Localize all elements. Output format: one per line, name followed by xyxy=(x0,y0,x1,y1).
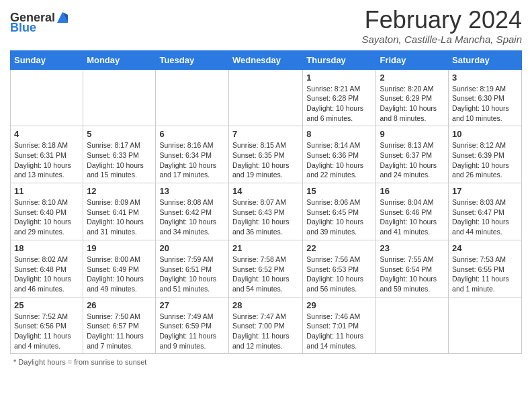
calendar-cell: 8Sunrise: 8:14 AMSunset: 6:36 PMDaylight… xyxy=(303,126,376,183)
day-number: 3 xyxy=(452,73,518,83)
day-info: Sunrise: 7:55 AMSunset: 6:54 PMDaylight:… xyxy=(380,255,445,294)
header-friday: Friday xyxy=(376,50,449,69)
day-number: 24 xyxy=(452,243,518,253)
calendar-cell: 11Sunrise: 8:10 AMSunset: 6:40 PMDayligh… xyxy=(11,183,83,240)
main-title: February 2024 xyxy=(362,7,522,34)
day-number: 15 xyxy=(306,186,372,196)
day-info: Sunrise: 7:46 AMSunset: 7:01 PMDaylight:… xyxy=(306,312,372,351)
calendar-week-5: 25Sunrise: 7:52 AMSunset: 6:56 PMDayligh… xyxy=(11,297,522,354)
calendar-cell: 14Sunrise: 8:07 AMSunset: 6:43 PMDayligh… xyxy=(228,183,302,240)
day-info: Sunrise: 8:07 AMSunset: 6:43 PMDaylight:… xyxy=(232,197,299,237)
logo-blue: Blue xyxy=(10,21,36,34)
calendar-cell: 15Sunrise: 8:06 AMSunset: 6:45 PMDayligh… xyxy=(303,183,376,240)
logo: General Blue xyxy=(10,11,69,34)
day-info: Sunrise: 7:58 AMSunset: 6:52 PMDaylight:… xyxy=(232,255,299,294)
calendar-cell: 17Sunrise: 8:03 AMSunset: 6:47 PMDayligh… xyxy=(449,183,522,240)
calendar-cell: 27Sunrise: 7:49 AMSunset: 6:59 PMDayligh… xyxy=(156,297,229,354)
calendar-table: SundayMondayTuesdayWednesdayThursdayFrid… xyxy=(10,50,522,355)
day-number: 17 xyxy=(452,186,518,196)
day-info: Sunrise: 7:53 AMSunset: 6:55 PMDaylight:… xyxy=(452,255,518,294)
page-header: General Blue February 2024 Sayaton, Cast… xyxy=(10,7,522,45)
day-number: 23 xyxy=(380,243,445,253)
calendar-cell: 7Sunrise: 8:15 AMSunset: 6:35 PMDaylight… xyxy=(228,126,302,183)
day-number: 27 xyxy=(159,300,225,310)
day-info: Sunrise: 8:00 AMSunset: 6:49 PMDaylight:… xyxy=(87,255,152,294)
calendar-cell xyxy=(11,69,83,126)
day-number: 4 xyxy=(14,129,79,139)
title-section: February 2024 Sayaton, Castille-La Manch… xyxy=(362,7,522,45)
calendar-cell: 28Sunrise: 7:47 AMSunset: 7:00 PMDayligh… xyxy=(228,297,302,354)
day-number: 5 xyxy=(87,129,152,139)
calendar-cell: 12Sunrise: 8:09 AMSunset: 6:41 PMDayligh… xyxy=(83,183,156,240)
calendar-week-4: 18Sunrise: 8:02 AMSunset: 6:48 PMDayligh… xyxy=(11,240,522,297)
calendar-cell: 2Sunrise: 8:20 AMSunset: 6:29 PMDaylight… xyxy=(376,69,449,126)
day-info: Sunrise: 8:18 AMSunset: 6:31 PMDaylight:… xyxy=(14,140,79,180)
calendar-week-3: 11Sunrise: 8:10 AMSunset: 6:40 PMDayligh… xyxy=(11,183,522,240)
day-info: Sunrise: 8:13 AMSunset: 6:37 PMDaylight:… xyxy=(380,140,445,180)
day-number: 20 xyxy=(159,243,225,253)
day-info: Sunrise: 8:21 AMSunset: 6:28 PMDaylight:… xyxy=(306,84,372,124)
day-number: 9 xyxy=(380,129,445,139)
day-number: 22 xyxy=(306,243,372,253)
day-info: Sunrise: 7:52 AMSunset: 6:56 PMDaylight:… xyxy=(14,312,79,351)
calendar-header-row: SundayMondayTuesdayWednesdayThursdayFrid… xyxy=(11,50,522,69)
day-number: 26 xyxy=(87,300,152,310)
day-number: 16 xyxy=(380,186,445,196)
day-info: Sunrise: 8:12 AMSunset: 6:39 PMDaylight:… xyxy=(452,140,518,180)
calendar-cell: 21Sunrise: 7:58 AMSunset: 6:52 PMDayligh… xyxy=(228,240,302,297)
calendar-cell: 24Sunrise: 7:53 AMSunset: 6:55 PMDayligh… xyxy=(449,240,522,297)
calendar-cell: 1Sunrise: 8:21 AMSunset: 6:28 PMDaylight… xyxy=(303,69,376,126)
day-info: Sunrise: 7:47 AMSunset: 7:00 PMDaylight:… xyxy=(232,312,299,351)
day-info: Sunrise: 8:20 AMSunset: 6:29 PMDaylight:… xyxy=(380,84,445,124)
day-number: 12 xyxy=(87,186,152,196)
header-wednesday: Wednesday xyxy=(228,50,302,69)
day-info: Sunrise: 8:15 AMSunset: 6:35 PMDaylight:… xyxy=(232,140,299,180)
day-number: 2 xyxy=(380,73,445,83)
calendar-cell: 4Sunrise: 8:18 AMSunset: 6:31 PMDaylight… xyxy=(11,126,83,183)
logo-icon xyxy=(56,9,69,24)
calendar-cell: 13Sunrise: 8:08 AMSunset: 6:42 PMDayligh… xyxy=(156,183,229,240)
calendar-cell: 16Sunrise: 8:04 AMSunset: 6:46 PMDayligh… xyxy=(376,183,449,240)
day-info: Sunrise: 8:17 AMSunset: 6:33 PMDaylight:… xyxy=(87,140,152,180)
day-info: Sunrise: 8:16 AMSunset: 6:34 PMDaylight:… xyxy=(159,140,225,180)
calendar-cell xyxy=(376,297,449,354)
calendar-cell: 25Sunrise: 7:52 AMSunset: 6:56 PMDayligh… xyxy=(11,297,83,354)
day-info: Sunrise: 8:06 AMSunset: 6:45 PMDaylight:… xyxy=(306,197,372,237)
calendar-cell xyxy=(228,69,302,126)
day-info: Sunrise: 8:04 AMSunset: 6:46 PMDaylight:… xyxy=(380,197,445,237)
header-monday: Monday xyxy=(83,50,156,69)
calendar-cell: 9Sunrise: 8:13 AMSunset: 6:37 PMDaylight… xyxy=(376,126,449,183)
calendar-cell: 18Sunrise: 8:02 AMSunset: 6:48 PMDayligh… xyxy=(11,240,83,297)
day-number: 7 xyxy=(232,129,299,139)
day-number: 21 xyxy=(232,243,299,253)
calendar-cell: 29Sunrise: 7:46 AMSunset: 7:01 PMDayligh… xyxy=(303,297,376,354)
header-sunday: Sunday xyxy=(11,50,83,69)
calendar-cell xyxy=(83,69,156,126)
calendar-week-2: 4Sunrise: 8:18 AMSunset: 6:31 PMDaylight… xyxy=(11,126,522,183)
day-number: 14 xyxy=(232,186,299,196)
calendar-cell: 10Sunrise: 8:12 AMSunset: 6:39 PMDayligh… xyxy=(449,126,522,183)
subtitle: Sayaton, Castille-La Mancha, Spain xyxy=(362,34,522,45)
calendar-cell: 22Sunrise: 7:56 AMSunset: 6:53 PMDayligh… xyxy=(303,240,376,297)
calendar-cell: 3Sunrise: 8:19 AMSunset: 6:30 PMDaylight… xyxy=(449,69,522,126)
day-info: Sunrise: 8:08 AMSunset: 6:42 PMDaylight:… xyxy=(159,197,225,237)
calendar-cell: 19Sunrise: 8:00 AMSunset: 6:49 PMDayligh… xyxy=(83,240,156,297)
day-number: 13 xyxy=(159,186,225,196)
day-info: Sunrise: 8:10 AMSunset: 6:40 PMDaylight:… xyxy=(14,197,79,237)
calendar-cell: 20Sunrise: 7:59 AMSunset: 6:51 PMDayligh… xyxy=(156,240,229,297)
header-saturday: Saturday xyxy=(449,50,522,69)
calendar-cell: 26Sunrise: 7:50 AMSunset: 6:57 PMDayligh… xyxy=(83,297,156,354)
day-number: 6 xyxy=(159,129,225,139)
day-info: Sunrise: 7:50 AMSunset: 6:57 PMDaylight:… xyxy=(87,312,152,351)
calendar-cell: 6Sunrise: 8:16 AMSunset: 6:34 PMDaylight… xyxy=(156,126,229,183)
footer-note: * Daylight hours = from sunrise to sunse… xyxy=(10,358,522,366)
calendar-cell xyxy=(449,297,522,354)
calendar-cell: 5Sunrise: 8:17 AMSunset: 6:33 PMDaylight… xyxy=(83,126,156,183)
calendar-cell: 23Sunrise: 7:55 AMSunset: 6:54 PMDayligh… xyxy=(376,240,449,297)
day-number: 18 xyxy=(14,243,79,253)
day-number: 8 xyxy=(306,129,372,139)
header-thursday: Thursday xyxy=(303,50,376,69)
header-tuesday: Tuesday xyxy=(156,50,229,69)
day-info: Sunrise: 7:49 AMSunset: 6:59 PMDaylight:… xyxy=(159,312,225,351)
day-number: 25 xyxy=(14,300,79,310)
